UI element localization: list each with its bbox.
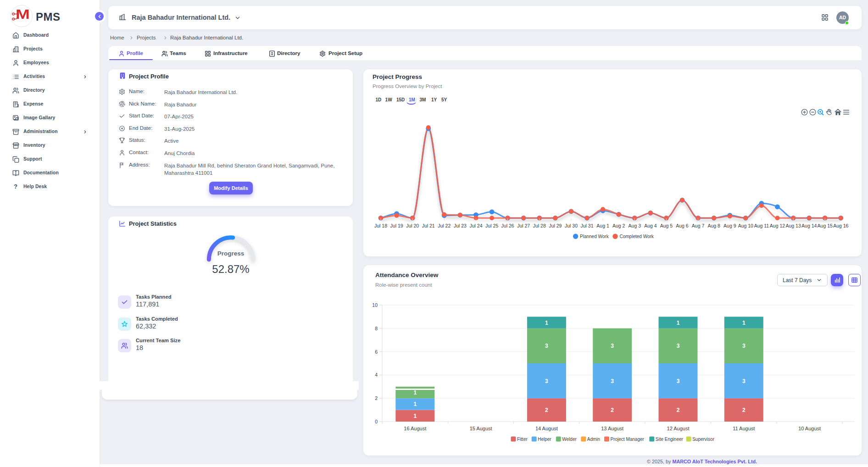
svg-text:3: 3 bbox=[742, 378, 746, 384]
svg-text:13 August: 13 August bbox=[601, 426, 623, 431]
svg-text:1: 1 bbox=[413, 413, 417, 419]
svg-text:2: 2 bbox=[742, 407, 746, 413]
svg-text:Welder: Welder bbox=[562, 437, 577, 442]
svg-text:6: 6 bbox=[375, 349, 378, 355]
svg-text:Fitter: Fitter bbox=[517, 437, 528, 442]
svg-text:1: 1 bbox=[545, 320, 548, 326]
svg-text:16 August: 16 August bbox=[404, 426, 426, 431]
svg-text:Helper: Helper bbox=[538, 437, 551, 442]
svg-text:1: 1 bbox=[413, 401, 417, 407]
svg-text:2: 2 bbox=[677, 407, 680, 413]
svg-text:3: 3 bbox=[545, 343, 548, 349]
svg-text:Site Engineer: Site Engineer bbox=[656, 437, 684, 442]
svg-text:12 August: 12 August bbox=[667, 426, 690, 431]
svg-text:4: 4 bbox=[375, 372, 378, 378]
svg-text:14 August: 14 August bbox=[535, 426, 558, 431]
svg-text:Project Manager: Project Manager bbox=[611, 437, 645, 442]
svg-text:2: 2 bbox=[375, 395, 378, 401]
svg-text:3: 3 bbox=[742, 343, 746, 349]
svg-text:8: 8 bbox=[375, 326, 378, 331]
svg-text:0: 0 bbox=[375, 419, 378, 424]
svg-text:2: 2 bbox=[611, 407, 614, 413]
svg-text:3: 3 bbox=[545, 378, 548, 384]
svg-text:3: 3 bbox=[611, 378, 614, 384]
svg-text:3: 3 bbox=[611, 343, 614, 349]
svg-text:1: 1 bbox=[742, 320, 746, 326]
svg-text:10 August: 10 August bbox=[798, 426, 821, 431]
svg-text:1: 1 bbox=[677, 320, 680, 326]
svg-text:2: 2 bbox=[545, 407, 548, 413]
svg-text:3: 3 bbox=[677, 343, 680, 349]
svg-text:Supervisor: Supervisor bbox=[692, 437, 714, 442]
svg-text:1: 1 bbox=[413, 389, 417, 396]
svg-text:15 August: 15 August bbox=[470, 426, 492, 431]
svg-text:Admin: Admin bbox=[587, 437, 600, 442]
svg-text:10: 10 bbox=[372, 302, 378, 308]
svg-text:3: 3 bbox=[677, 378, 680, 384]
svg-text:11 August: 11 August bbox=[733, 426, 755, 431]
